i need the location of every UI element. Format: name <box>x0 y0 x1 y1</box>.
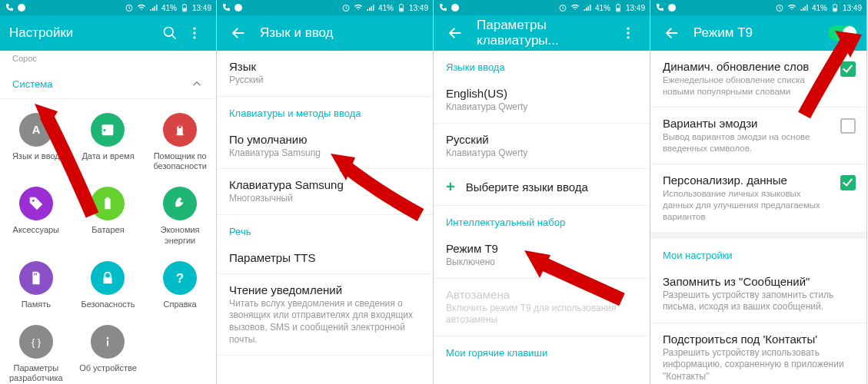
svg-text:{ }: { } <box>32 336 42 348</box>
svg-rect-41 <box>833 8 836 12</box>
grid-label: Память <box>22 300 51 310</box>
svg-rect-12 <box>104 129 106 131</box>
item-dynamic-update[interactable]: Динамич. обновление слов Еженедельное об… <box>650 51 866 108</box>
grid-item[interactable]: Помощник по безопасности <box>144 105 216 179</box>
content: Языки ввода English(US) Клавиатура Qwert… <box>434 51 650 384</box>
alarm-icon <box>341 3 351 12</box>
svg-point-6 <box>193 28 195 30</box>
item-add-language[interactable]: + Выберите языки ввода <box>434 169 650 206</box>
label: По умолчанию <box>229 133 421 146</box>
item-language[interactable]: Язык Русский <box>217 51 433 97</box>
grid-item[interactable]: Об устройстве <box>72 317 145 384</box>
grid-item[interactable]: Безопасность <box>72 253 145 317</box>
label: Автозамена <box>446 288 637 301</box>
skype-icon <box>451 3 460 12</box>
search-button[interactable] <box>158 21 182 45</box>
item-learn-messages[interactable]: Запомнить из "Сообщений" Разрешить устро… <box>650 266 866 323</box>
desc: Использование личных языковых данных для… <box>663 188 833 223</box>
label: Подстроиться под 'Контакты' <box>663 333 854 346</box>
app-bar: Настройки <box>0 15 216 51</box>
item-learn-contacts[interactable]: Подстроиться под 'Контакты' Разрешить ус… <box>650 323 866 384</box>
section-system[interactable]: Система <box>0 69 216 99</box>
grid-item[interactable]: { }Параметры разработчика <box>0 317 72 384</box>
page-title: Параметры клавиатуры... <box>477 18 616 48</box>
svg-rect-17 <box>34 273 35 275</box>
tag-icon <box>19 187 53 220</box>
grid-item[interactable]: Память <box>0 253 72 317</box>
label: Русский <box>446 133 637 146</box>
skype-icon <box>667 3 677 12</box>
item-samsung-keyboard[interactable]: Клавиатура Samsung Многоязычный <box>217 169 433 215</box>
svg-point-7 <box>193 31 195 34</box>
chevron-up-icon <box>190 77 204 91</box>
page-title: Режим T9 <box>693 25 828 41</box>
app-bar: Параметры клавиатуры... <box>434 15 650 51</box>
label: Динамич. обновление слов <box>663 60 833 73</box>
plus-icon: + <box>446 178 455 196</box>
section-smart-typing: Интеллектуальный набор <box>434 206 650 233</box>
desc: Разрешить устройству запомнить стиль пис… <box>663 290 854 313</box>
lock-icon <box>91 261 125 295</box>
checkbox[interactable] <box>840 61 856 77</box>
item-personal-data[interactable]: Персонализир. данные Использование личны… <box>650 164 866 233</box>
grid-item[interactable]: Батарея <box>72 179 145 253</box>
battery-icon <box>830 3 840 12</box>
q-icon: ? <box>163 261 197 295</box>
item-english-us[interactable]: English(US) Клавиатура Qwerty <box>434 78 650 124</box>
item-emoji[interactable]: Варианты эмодзи Вывод вариантов эмодзи н… <box>650 108 866 164</box>
grid-item[interactable]: ?Справка <box>144 253 216 317</box>
grid-label: Батарея <box>91 225 124 235</box>
label: Варианты эмодзи <box>663 117 833 130</box>
item-tts[interactable]: Параметры TTS <box>217 242 433 274</box>
item-russian[interactable]: Русский Клавиатура Qwerty <box>434 124 650 170</box>
svg-rect-40 <box>834 4 836 5</box>
battery-pct: 41% <box>161 4 177 12</box>
grid-item[interactable]: Экономия энергии <box>144 179 216 253</box>
status-bar: 41% 13:49 <box>217 0 433 15</box>
overflow-button[interactable] <box>616 21 640 45</box>
clock: 13:49 <box>843 4 862 12</box>
phone-icon <box>5 3 14 12</box>
back-button[interactable] <box>443 21 467 45</box>
value: Включить режим T9 для использования авто… <box>446 303 637 326</box>
back-button[interactable] <box>226 21 251 45</box>
grid-label: Справка <box>164 300 197 310</box>
skype-icon <box>234 3 243 12</box>
svg-rect-11 <box>102 125 114 128</box>
checkbox[interactable] <box>840 175 856 190</box>
status-bar: 41% 13:49 <box>434 0 650 15</box>
svg-point-29 <box>451 4 459 12</box>
grid-item[interactable]: AЯзык и ввод <box>0 105 72 179</box>
phone-icon <box>438 3 447 12</box>
item-read-notifications[interactable]: Чтение уведомлений Читать вслух уведомле… <box>217 274 433 356</box>
svg-point-0 <box>18 4 25 12</box>
overflow-button[interactable] <box>182 21 207 45</box>
value: Клавиатура Qwerty <box>446 147 637 160</box>
section-hotkeys: Мои горячие клавиши <box>434 336 650 363</box>
grid-item[interactable]: Аксессуары <box>0 179 72 253</box>
alarm-icon <box>558 3 567 12</box>
phone-language-input: 41% 13:49 Язык и ввод Язык Русский Клави… <box>217 0 434 384</box>
skype-icon <box>17 3 26 12</box>
app-bar: Режим T9 <box>650 15 866 51</box>
back-button[interactable] <box>660 21 684 45</box>
alarm-icon <box>775 3 784 12</box>
master-toggle[interactable] <box>828 25 857 41</box>
battery-icon <box>180 3 189 12</box>
checkbox[interactable] <box>840 118 856 134</box>
item-t9[interactable]: Режим T9 Выключено <box>434 233 650 279</box>
page-title: Язык и ввод <box>260 25 424 41</box>
item-default[interactable]: По умолчанию Клавиатура Samsung <box>217 124 433 170</box>
grid-label: Аксессуары <box>13 225 59 235</box>
item-autocorrect: Автозамена Включить режим T9 для использ… <box>434 279 650 336</box>
grid-item[interactable]: Дата и время <box>72 105 145 179</box>
svg-rect-23 <box>108 340 109 346</box>
phone-keyboard-params: 41% 13:49 Параметры клавиатуры... Языки … <box>434 0 650 384</box>
svg-point-8 <box>193 36 195 38</box>
battery-pct: 41% <box>595 4 610 12</box>
settings-grid: AЯзык и вводДата и времяПомощник по безо… <box>0 99 216 384</box>
value: Многоязычный <box>229 193 421 205</box>
grid-label: Об устройстве <box>79 363 137 373</box>
code-icon: { } <box>19 325 53 359</box>
svg-point-24 <box>234 4 242 12</box>
